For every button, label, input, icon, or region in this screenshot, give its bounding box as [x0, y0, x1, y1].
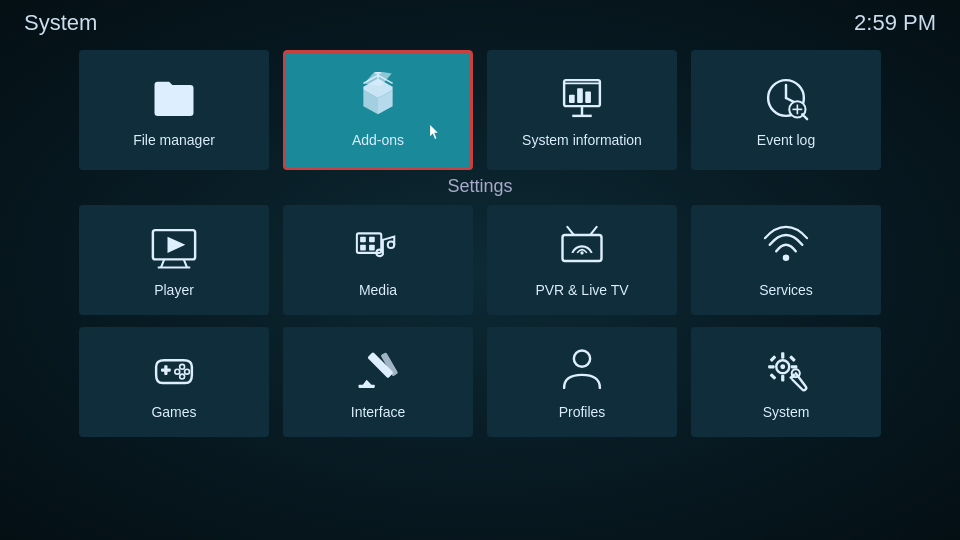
tile-pvr[interactable]: PVR & Live TV — [487, 205, 677, 315]
svg-rect-38 — [359, 385, 375, 388]
tile-label-system: System — [763, 404, 810, 420]
tile-label-add-ons: Add-ons — [352, 132, 404, 148]
svg-point-40 — [574, 351, 590, 367]
mouse-cursor-icon — [428, 125, 442, 139]
sysinfo-icon — [556, 72, 608, 124]
tile-games[interactable]: Games — [79, 327, 269, 437]
svg-point-28 — [580, 251, 583, 254]
tile-label-file-manager: File manager — [133, 132, 215, 148]
tile-label-services: Services — [759, 282, 813, 298]
tile-label-event-log: Event log — [757, 132, 815, 148]
svg-point-42 — [780, 364, 785, 369]
tile-label-pvr: PVR & Live TV — [535, 282, 628, 298]
player-icon — [148, 222, 200, 274]
tile-interface[interactable]: Interface — [283, 327, 473, 437]
tile-player[interactable]: Player — [79, 205, 269, 315]
clock: 2:59 PM — [854, 10, 936, 36]
settings-row-1: Player Media — [79, 205, 881, 315]
svg-rect-22 — [369, 237, 375, 243]
svg-rect-45 — [768, 365, 775, 368]
svg-rect-48 — [789, 355, 796, 362]
games-icon — [148, 344, 200, 396]
tile-label-profiles: Profiles — [559, 404, 606, 420]
tile-label-games: Games — [151, 404, 196, 420]
svg-point-32 — [180, 364, 185, 369]
eventlog-icon — [760, 72, 812, 124]
folder-icon — [148, 72, 200, 124]
tile-label-interface: Interface — [351, 404, 405, 420]
profiles-icon — [556, 344, 608, 396]
tile-services[interactable]: Services — [691, 205, 881, 315]
svg-rect-25 — [563, 235, 602, 261]
svg-point-34 — [175, 369, 180, 374]
svg-marker-0 — [430, 125, 438, 139]
tile-add-ons[interactable]: Add-ons — [283, 50, 473, 170]
page-title: System — [24, 10, 97, 36]
svg-rect-6 — [585, 92, 591, 103]
tile-system[interactable]: System — [691, 327, 881, 437]
settings-row-2: Games Interface — [79, 327, 881, 437]
services-icon — [760, 222, 812, 274]
svg-rect-47 — [770, 355, 777, 362]
media-icon — [352, 222, 404, 274]
main-content: File manager Add-ons — [0, 50, 960, 540]
svg-rect-43 — [781, 352, 784, 359]
svg-line-12 — [802, 114, 807, 119]
top-row: File manager Add-ons — [79, 50, 881, 170]
addons-icon — [352, 72, 404, 124]
svg-rect-4 — [569, 95, 575, 103]
svg-point-29 — [783, 255, 790, 262]
svg-rect-46 — [791, 365, 798, 368]
tile-label-player: Player — [154, 282, 194, 298]
svg-marker-19 — [168, 237, 186, 253]
svg-rect-49 — [770, 373, 777, 380]
tile-label-media: Media — [359, 282, 397, 298]
svg-rect-31 — [164, 365, 167, 375]
tile-system-information[interactable]: System information — [487, 50, 677, 170]
svg-rect-24 — [369, 245, 375, 251]
tile-media[interactable]: Media — [283, 205, 473, 315]
svg-rect-23 — [360, 245, 366, 251]
header: System 2:59 PM — [0, 0, 960, 46]
system-icon — [760, 344, 812, 396]
svg-rect-21 — [360, 237, 366, 243]
tile-label-system-information: System information — [522, 132, 642, 148]
settings-section-label: Settings — [447, 176, 512, 197]
svg-point-35 — [180, 374, 185, 379]
tile-profiles[interactable]: Profiles — [487, 327, 677, 437]
svg-rect-5 — [577, 88, 583, 103]
interface-icon — [352, 344, 404, 396]
svg-rect-44 — [781, 375, 784, 382]
tile-file-manager[interactable]: File manager — [79, 50, 269, 170]
svg-point-33 — [185, 369, 190, 374]
tile-event-log[interactable]: Event log — [691, 50, 881, 170]
pvr-icon — [556, 222, 608, 274]
